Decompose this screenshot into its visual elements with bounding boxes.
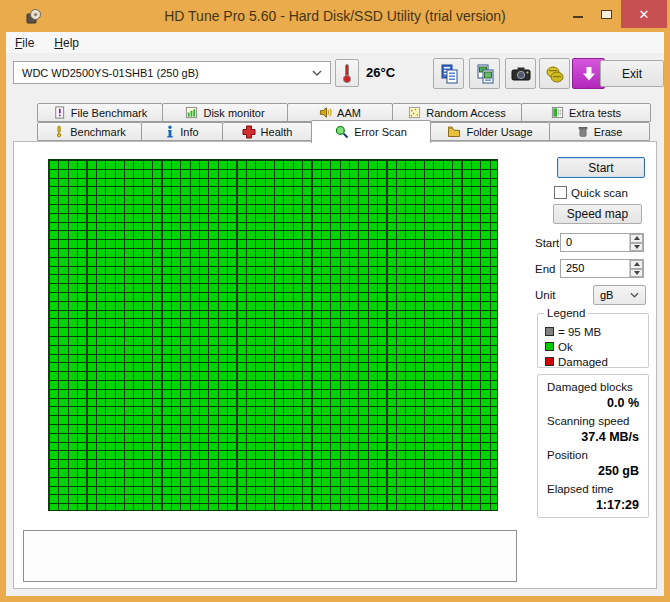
menubar: File Help (6, 32, 664, 54)
error-scan-grid[interactable] (48, 159, 498, 511)
menu-file[interactable]: File (15, 36, 34, 50)
tab-extra-tests[interactable]: Extra tests (521, 103, 651, 122)
spin-down-icon (634, 245, 640, 249)
status-value: 250 gB (538, 464, 648, 480)
error-scan-magnifier-icon (335, 125, 349, 139)
tab-label: Error Scan (354, 126, 407, 138)
thermometer-icon (341, 63, 353, 83)
status-elapsed-time: Elapsed time 1:17:29 (538, 483, 648, 514)
status-label: Scanning speed (538, 415, 648, 430)
spin-up-button[interactable] (630, 260, 643, 269)
hand-button[interactable] (539, 58, 570, 89)
tab-label: AAM (337, 107, 361, 119)
damaged-swatch (545, 357, 554, 366)
drive-select[interactable]: WDC WD2500YS-01SHB1 (250 gB) (13, 61, 331, 84)
spin-up-button[interactable] (630, 234, 643, 243)
status-label: Position (538, 449, 648, 464)
chevron-down-icon (630, 292, 639, 298)
status-position: Position 250 gB (538, 449, 648, 480)
close-button[interactable]: ✕ (621, 0, 667, 28)
ok-swatch (545, 342, 554, 351)
window-controls: ✕ (563, 0, 667, 30)
legend-box: Legend = 95 MB Ok Damaged (537, 313, 649, 368)
quick-scan-label: Quick scan (571, 187, 628, 199)
tab-label: Info (180, 126, 198, 138)
quick-scan-checkbox[interactable] (554, 186, 567, 199)
disk-monitor-icon (185, 106, 198, 119)
unit-field-label: Unit (535, 289, 555, 301)
tab-info[interactable]: Info (141, 122, 223, 141)
legend-item-label: Ok (558, 341, 573, 353)
titlebar: HD Tune Pro 5.60 - Hard Disk/SSD Utility… (0, 0, 670, 32)
legend-item-label: = 95 MB (558, 326, 601, 338)
status-label: Elapsed time (538, 483, 648, 498)
scan-log-textbox[interactable] (23, 530, 517, 582)
end-field-spinner (629, 260, 643, 277)
extra-tests-icon (551, 106, 564, 119)
tab-label: Folder Usage (466, 126, 532, 138)
tab-folder-usage[interactable]: Folder Usage (430, 122, 550, 141)
exit-button[interactable]: Exit (600, 60, 664, 87)
spin-up-icon (634, 236, 640, 240)
speed-map-button[interactable]: Speed map (553, 204, 642, 224)
tab-label: Benchmark (70, 126, 126, 138)
unit-select[interactable]: gB (593, 285, 646, 305)
tab-label: Extra tests (569, 107, 621, 119)
spin-down-button[interactable] (630, 243, 643, 252)
start-field-label: Start (535, 237, 559, 249)
spin-up-icon (634, 262, 640, 266)
tab-label: Health (261, 126, 293, 138)
start-field-spinner (629, 234, 643, 251)
tab-error-scan[interactable]: Error Scan (311, 120, 431, 143)
minimize-icon (573, 16, 583, 18)
start-field[interactable]: 0 (560, 233, 644, 252)
status-value: 37.4 MB/s (538, 430, 648, 446)
unit-select-value: gB (600, 289, 613, 301)
minimize-button[interactable] (563, 0, 592, 28)
folder-icon (447, 125, 461, 138)
start-field-value: 0 (561, 234, 629, 251)
maximize-button[interactable] (592, 0, 621, 28)
temperature-value: 26°C (366, 59, 395, 87)
tab-label: Disk monitor (203, 107, 264, 119)
chevron-down-icon (312, 70, 322, 76)
legend-item-damaged: Damaged (545, 354, 648, 369)
copy-image-button[interactable] (469, 58, 500, 89)
copy-button[interactable] (433, 58, 464, 89)
end-field-label: End (535, 263, 555, 275)
camera-button[interactable] (505, 58, 536, 89)
block-size-swatch (545, 327, 554, 336)
download-arrow-icon (580, 65, 598, 83)
camera-icon (510, 64, 532, 84)
legend-item-ok: Ok (545, 339, 648, 354)
temperature-button[interactable] (335, 59, 359, 87)
tab-disk-monitor[interactable]: Disk monitor (162, 103, 288, 122)
status-value: 1:17:29 (538, 498, 648, 514)
file-benchmark-icon (53, 106, 66, 119)
spin-down-button[interactable] (630, 269, 643, 278)
tab-label: File Benchmark (71, 107, 147, 119)
maximize-icon (601, 10, 612, 19)
benchmark-icon (53, 125, 65, 138)
health-cross-icon (242, 125, 256, 139)
end-field-value: 250 (561, 260, 629, 277)
tab-row-bottom: Benchmark Info Health Err (37, 122, 649, 143)
tab-erase[interactable]: Erase (549, 122, 650, 141)
quick-scan-option: Quick scan (554, 186, 628, 199)
legend-title: Legend (544, 307, 588, 319)
trash-icon (577, 125, 589, 138)
tab-file-benchmark[interactable]: File Benchmark (37, 103, 163, 122)
legend-item-label: Damaged (558, 356, 608, 368)
copy-image-icon (474, 63, 496, 85)
app-window: HD Tune Pro 5.60 - Hard Disk/SSD Utility… (0, 0, 670, 602)
spin-down-icon (634, 271, 640, 275)
status-damaged-blocks: Damaged blocks 0.0 % (538, 381, 648, 412)
start-scan-button[interactable]: Start (557, 157, 645, 178)
tab-benchmark[interactable]: Benchmark (37, 122, 142, 141)
menu-help[interactable]: Help (54, 36, 79, 50)
status-label: Damaged blocks (538, 381, 648, 396)
random-access-icon (408, 106, 421, 119)
end-field[interactable]: 250 (560, 259, 644, 278)
copy-icon (438, 63, 460, 85)
tab-health[interactable]: Health (222, 122, 312, 141)
